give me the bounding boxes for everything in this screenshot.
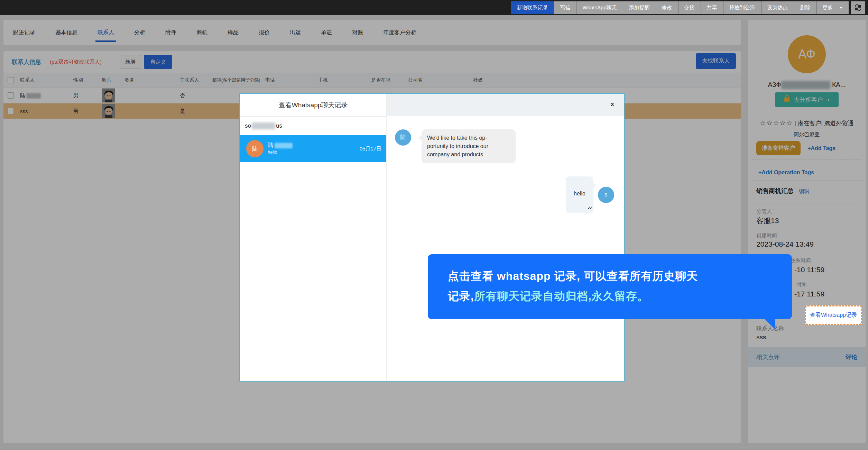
- toolbar-button-release-to-pool[interactable]: 释放到公海: [723, 1, 761, 14]
- redacted-search-text: [252, 122, 275, 129]
- toolbar-button-modify[interactable]: 修改: [656, 1, 678, 14]
- search-text-suffix: us: [276, 122, 282, 129]
- chat-contact-name: 陆: [268, 142, 273, 148]
- more-label: 更多...: [823, 4, 838, 11]
- tooltip-line2-highlight: 所有聊天记录自动归档,永久留存。: [474, 290, 649, 302]
- chat-search-row[interactable]: so us: [240, 117, 386, 135]
- received-bubble: We'd like to take this op- portunity to …: [422, 129, 516, 163]
- chat-list-panel: 查看Whatsapp聊天记录 so us 陆 陆 hello 05月17日: [240, 94, 387, 381]
- toolbar-button-handover[interactable]: 交接: [678, 1, 701, 14]
- whatsapp-records-modal: 查看Whatsapp聊天记录 so us 陆 陆 hello 05月17日 x: [239, 93, 625, 382]
- sent-bubble: hello ✓✓: [566, 176, 593, 213]
- toolbar-button-share[interactable]: 共享: [701, 1, 723, 14]
- tooltip-line2-normal: 记录,: [448, 290, 474, 302]
- chat-list-item-selected[interactable]: 陆 陆 hello 05月17日: [240, 135, 386, 162]
- search-text-prefix: so: [245, 122, 251, 129]
- chat-info: 陆 hello: [268, 142, 293, 156]
- chat-messages-panel: x 陆 We'd like to take this op- portunity…: [387, 94, 624, 381]
- toolbar-button-group: 新增联系记录 写信 WhatsApp聊天 添加提醒 修改 交接 共享 释放到公海…: [511, 1, 849, 14]
- view-whatsapp-records-button[interactable]: 查看Whatsapp记录: [805, 305, 862, 325]
- tooltip-line1: 点击查看 whatsapp 记录, 可以查看所有历史聊天: [448, 266, 782, 286]
- sent-text: hello: [574, 191, 585, 196]
- crm-page: 新增联系记录 写信 WhatsApp聊天 添加提醒 修改 交接 共享 释放到公海…: [0, 0, 868, 450]
- caret-down-icon: ▼: [839, 6, 843, 10]
- chat-panel-header: x: [387, 94, 624, 116]
- chat-avatar: 陆: [246, 140, 264, 157]
- modal-title: 查看Whatsapp聊天记录: [240, 94, 386, 117]
- chat-last-message: hello: [268, 149, 293, 156]
- toolbar-button-set-hot[interactable]: 设为热点: [761, 1, 794, 14]
- delivered-double-check-icon: ✓✓: [587, 204, 591, 212]
- tooltip-line2: 记录,所有聊天记录自动归档,永久留存。: [448, 286, 782, 306]
- tour-tooltip: 点击查看 whatsapp 记录, 可以查看所有历史聊天 记录,所有聊天记录自动…: [428, 254, 792, 319]
- sent-message: hello ✓✓ s: [566, 176, 614, 213]
- toolbar-button-more[interactable]: 更多... ▼: [816, 1, 849, 14]
- sender-avatar: 陆: [395, 129, 411, 146]
- switch-view-icon[interactable]: [851, 1, 865, 14]
- own-avatar: s: [598, 187, 614, 203]
- toolbar-button-new-contact-record[interactable]: 新增联系记录: [511, 1, 554, 14]
- toolbar-button-write-mail[interactable]: 写信: [554, 1, 576, 14]
- toolbar-button-delete[interactable]: 删除: [794, 1, 816, 14]
- top-toolbar: 新增联系记录 写信 WhatsApp聊天 添加提醒 修改 交接 共享 释放到公海…: [0, 0, 868, 15]
- switch-view-icon-glyph: [854, 4, 862, 11]
- chat-date: 05月17日: [360, 146, 381, 152]
- close-icon[interactable]: x: [610, 100, 614, 108]
- received-message: 陆 We'd like to take this op- portunity t…: [395, 129, 624, 163]
- redacted-chat-name: [275, 143, 293, 148]
- toolbar-button-add-reminder[interactable]: 添加提醒: [623, 1, 656, 14]
- toolbar-button-whatsapp-chat[interactable]: WhatsApp聊天: [576, 1, 622, 14]
